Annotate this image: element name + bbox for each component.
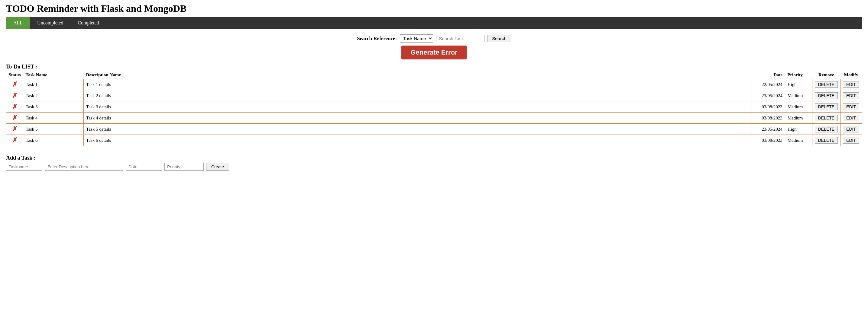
description-cell: Task 2 details [84, 90, 752, 101]
description-cell: Task 3 details [84, 101, 752, 112]
modify-cell: EDIT [840, 79, 862, 90]
remove-cell: DELETE [812, 79, 840, 90]
col-header-date: Date [752, 71, 785, 79]
delete-button[interactable]: DELETE [815, 137, 838, 144]
taskname-cell: Task 3 [23, 101, 84, 112]
table-row: ✗ Task 6 Task 6 details 03/08/2023 Mediu… [6, 135, 862, 146]
edit-button[interactable]: EDIT [843, 126, 859, 133]
modify-cell: EDIT [840, 101, 862, 112]
priority-cell: High [785, 79, 812, 90]
search-reference-select[interactable]: Task Name Description Date Priority [400, 34, 433, 42]
edit-button[interactable]: EDIT [843, 104, 859, 110]
status-cell: ✗ [6, 124, 23, 135]
x-mark-icon: ✗ [9, 80, 21, 88]
taskname-cell: Task 5 [23, 124, 84, 135]
add-task-title: Add a Task : [6, 155, 862, 161]
todo-list-title: To-Do LIST : [6, 64, 862, 70]
table-row: ✗ Task 4 Task 4 details 03/08/2023 Mediu… [6, 112, 862, 124]
error-button-area: Generate Error [6, 45, 862, 60]
table-row: ✗ Task 5 Task 5 details 23/05/2024 High … [6, 124, 862, 135]
col-header-priority: Priority [785, 71, 812, 79]
x-mark-icon: ✗ [9, 114, 21, 122]
description-cell: Task 1 details [84, 79, 752, 90]
delete-button[interactable]: DELETE [815, 92, 838, 99]
x-mark-icon: ✗ [9, 136, 21, 144]
remove-cell: DELETE [812, 101, 840, 112]
edit-button[interactable]: EDIT [843, 137, 859, 144]
taskname-input[interactable] [6, 163, 42, 171]
delete-button[interactable]: DELETE [815, 115, 838, 121]
delete-button[interactable]: DELETE [815, 104, 838, 110]
modify-cell: EDIT [840, 135, 862, 146]
description-input[interactable] [45, 163, 123, 171]
description-cell: Task 5 details [84, 124, 752, 135]
date-cell: 23/05/2024 [752, 90, 785, 101]
table-bottom-divider [6, 149, 862, 149]
taskname-cell: Task 4 [23, 112, 84, 124]
date-cell: 22/05/2024 [752, 79, 785, 90]
table-row: ✗ Task 1 Task 1 details 22/05/2024 High … [6, 79, 862, 90]
priority-cell: Medium [785, 90, 812, 101]
date-cell: 03/08/2023 [752, 135, 785, 146]
table-row: ✗ Task 2 Task 2 details 23/05/2024 Mediu… [6, 90, 862, 101]
remove-cell: DELETE [812, 112, 840, 124]
date-cell: 03/08/2023 [752, 101, 785, 112]
remove-cell: DELETE [812, 124, 840, 135]
search-input[interactable] [436, 35, 485, 42]
search-label: Search Reference: [357, 36, 397, 42]
create-button[interactable]: Create [206, 163, 229, 171]
date-cell: 23/05/2024 [752, 124, 785, 135]
priority-cell: Medium [785, 135, 812, 146]
priority-cell: High [785, 124, 812, 135]
status-cell: ✗ [6, 79, 23, 90]
taskname-cell: Task 2 [23, 90, 84, 101]
nav-item-all[interactable]: ALL [6, 17, 30, 29]
page-title: TODO Reminder with Flask and MongoDB [6, 3, 862, 14]
priority-cell: Medium [785, 112, 812, 124]
nav-divider [6, 29, 862, 29]
status-cell: ✗ [6, 101, 23, 112]
remove-cell: DELETE [812, 135, 840, 146]
add-task-section: Add a Task : Create [6, 155, 862, 171]
table-row: ✗ Task 3 Task 3 details 03/08/2023 Mediu… [6, 101, 862, 112]
x-mark-icon: ✗ [9, 125, 21, 133]
x-mark-icon: ✗ [9, 92, 21, 100]
priority-cell: Medium [785, 101, 812, 112]
status-cell: ✗ [6, 135, 23, 146]
col-header-taskname: Task Name [23, 71, 84, 79]
priority-input[interactable] [164, 163, 204, 171]
col-header-desc: Description Name [84, 71, 752, 79]
search-area: Search Reference: Task Name Description … [6, 34, 862, 42]
nav-bar: ALL Uncompleted Completed [6, 17, 862, 29]
add-task-form: Create [6, 163, 862, 171]
nav-item-completed[interactable]: Completed [70, 17, 106, 29]
modify-cell: EDIT [840, 112, 862, 124]
col-header-status: Status [6, 71, 23, 79]
todo-table: Status Task Name Description Name Date P… [6, 71, 862, 146]
col-header-modify: Modify [840, 71, 862, 79]
taskname-cell: Task 6 [23, 135, 84, 146]
search-button[interactable]: Search [488, 35, 511, 42]
status-cell: ✗ [6, 90, 23, 101]
date-cell: 03/08/2023 [752, 112, 785, 124]
delete-button[interactable]: DELETE [815, 126, 838, 133]
remove-cell: DELETE [812, 90, 840, 101]
status-cell: ✗ [6, 112, 23, 124]
description-cell: Task 6 details [84, 135, 752, 146]
x-mark-icon: ✗ [9, 103, 21, 111]
generate-error-button[interactable]: Generate Error [401, 45, 466, 60]
date-input[interactable] [126, 163, 162, 171]
description-cell: Task 4 details [84, 112, 752, 124]
edit-button[interactable]: EDIT [843, 115, 859, 121]
nav-item-uncompleted[interactable]: Uncompleted [30, 17, 70, 29]
edit-button[interactable]: EDIT [843, 81, 859, 88]
modify-cell: EDIT [840, 90, 862, 101]
modify-cell: EDIT [840, 124, 862, 135]
edit-button[interactable]: EDIT [843, 92, 859, 99]
delete-button[interactable]: DELETE [815, 81, 838, 88]
taskname-cell: Task 1 [23, 79, 84, 90]
col-header-remove: Remove [812, 71, 840, 79]
